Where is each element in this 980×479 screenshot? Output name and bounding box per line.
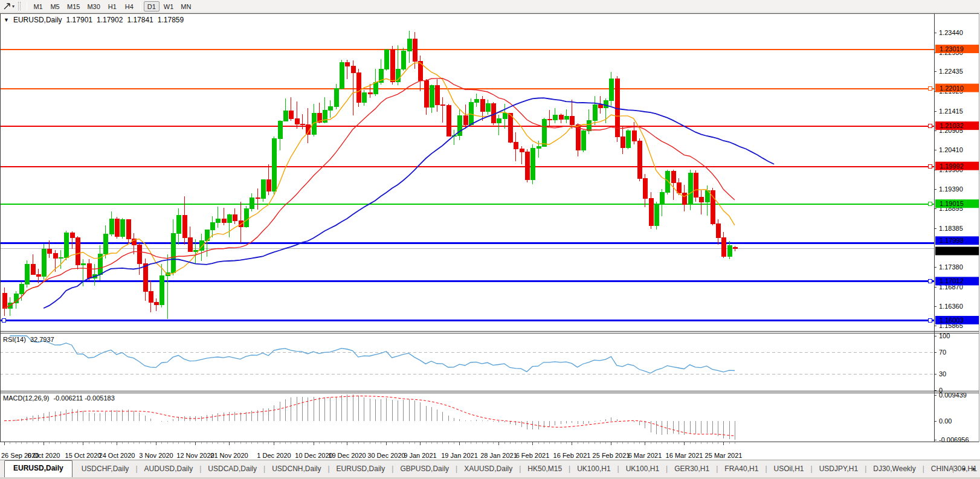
hline-price-label: 1.22010	[940, 85, 964, 92]
timeframe-button-h1[interactable]: H1	[105, 1, 120, 11]
candle-body	[216, 219, 220, 223]
timeframe-button-m30[interactable]: M30	[84, 1, 103, 11]
candle-body	[609, 79, 613, 100]
macd-tick-label: 0.00	[939, 417, 952, 425]
tab-eurusd-daily-0[interactable]: EURUSD,Daily	[4, 460, 73, 477]
tab-xauusd-daily-7[interactable]: XAUUSD,Daily	[457, 461, 519, 477]
tab-fra40-h1-12[interactable]: FRA40,H1	[718, 461, 765, 477]
hline-handle[interactable]	[928, 124, 932, 128]
tab-usdjpy-h1-14[interactable]: USDJPY,H1	[813, 461, 865, 477]
timeframe-buttons: M1M5M15M30H1H4D1W1MN	[30, 1, 195, 11]
timeframe-button-m5[interactable]: M5	[47, 1, 63, 11]
hline-price-label: 1.19992	[940, 162, 964, 170]
candle-body	[137, 245, 141, 263]
candle-body	[587, 120, 591, 130]
candle-body	[559, 115, 563, 119]
candle-body	[598, 105, 602, 108]
date-label: 16 Mar 2021	[666, 452, 703, 459]
candle-body	[474, 100, 479, 103]
timeframe-button-m15[interactable]: M15	[64, 1, 83, 11]
symbol-dropdown-icon[interactable]: ▼	[4, 16, 9, 24]
candle-body	[233, 214, 237, 220]
rsi-tick-label: 70	[939, 349, 946, 356]
candle-body	[351, 66, 355, 73]
candle-body	[328, 107, 332, 111]
timeframe-button-mn[interactable]: MN	[178, 1, 194, 11]
ohlc-high: 1.17902	[97, 16, 123, 24]
candle-body	[537, 146, 541, 148]
crosshair-cursor-icon[interactable]	[2, 1, 12, 11]
tab-eurusd-daily-5[interactable]: EURUSD,Daily	[330, 461, 392, 477]
timeframe-button-m1[interactable]: M1	[30, 1, 46, 11]
candle-body	[508, 114, 512, 143]
candle-body	[222, 219, 226, 223]
candle-body	[643, 178, 647, 198]
tab-usoil-h1-13[interactable]: USOil,H1	[767, 461, 811, 477]
tab-dj30-weekly-15[interactable]: DJ30,Weekly	[866, 461, 922, 477]
candle-body	[149, 292, 153, 302]
tab-ger30-h1-11[interactable]: GER30,H1	[668, 461, 716, 477]
candle-body	[514, 143, 518, 149]
hline-price-label: 1.19015	[940, 200, 964, 207]
candle-body	[390, 50, 395, 82]
candle-body	[160, 276, 164, 305]
candle-body	[256, 198, 260, 198]
tab-usdchf-daily-1[interactable]: USDCHF,Daily	[75, 461, 136, 477]
candle-body	[227, 214, 231, 222]
date-label: 3 Nov 2020	[139, 452, 173, 459]
candle-body	[188, 238, 192, 252]
tab-uk100-h1-9[interactable]: UK100,H1	[570, 461, 617, 477]
candle-body	[143, 264, 147, 292]
chart-canvas[interactable]: 1.234401.229301.224351.219251.214151.209…	[0, 13, 980, 460]
date-label: 25 Feb 2021	[593, 452, 630, 459]
candle-body	[76, 238, 80, 265]
candle-body	[59, 258, 63, 259]
cursor-tool-dropdown-icon[interactable]: ▾	[12, 4, 15, 9]
tab-gbpusd-daily-6[interactable]: GBPUSD,Daily	[393, 461, 456, 477]
candle-body	[81, 264, 85, 265]
hline-handle[interactable]	[2, 319, 5, 323]
tab-uk100-h1-10[interactable]: UK100,H1	[619, 461, 666, 477]
timeframe-button-h4[interactable]: H4	[121, 1, 137, 11]
hline-handle[interactable]	[928, 202, 932, 206]
macd-indicator-name: MACD(12,26,9)	[3, 394, 49, 402]
hline-handle[interactable]	[928, 87, 932, 91]
macd-tick-label: -0.006956	[939, 436, 969, 443]
timeframe-button-d1[interactable]: D1	[144, 1, 160, 11]
toolbar-separator	[140, 2, 141, 11]
date-label: 6 Oct 2020	[28, 452, 60, 459]
candle-body	[250, 198, 254, 208]
candle-body	[334, 88, 338, 107]
date-label: 24 Oct 2020	[99, 452, 135, 459]
date-label: 6 Feb 2021	[516, 452, 550, 459]
tab-hk50-m15-8[interactable]: HK50,M15	[521, 461, 569, 477]
candle-body	[176, 215, 181, 233]
tab-scroll-left-button[interactable]: ◄	[961, 466, 966, 472]
candle-body	[53, 253, 57, 258]
candle-body	[19, 284, 24, 294]
macd-label: MACD(12,26,9) -0.006211 -0.005183	[3, 394, 115, 402]
candle-body	[362, 93, 366, 103]
tab-audusd-daily-2[interactable]: AUDUSD,Daily	[138, 461, 200, 477]
candle-body	[373, 83, 378, 94]
price-tick-label: 1.20410	[939, 146, 963, 153]
tab-usdcad-daily-3[interactable]: USDCAD,Daily	[201, 461, 263, 477]
chart-title: ▼ EURUSD,Daily 1.17901 1.17902 1.17841 1…	[4, 16, 184, 24]
price-tick-label: 1.19390	[939, 185, 963, 193]
date-label: 25 Mar 2021	[705, 452, 743, 459]
toolbar-grip[interactable]	[18, 2, 21, 10]
candle-body	[671, 172, 675, 183]
tab-usdcnh-daily-4[interactable]: USDCNH,Daily	[265, 461, 327, 477]
tab-scroll-right-button[interactable]: ►	[972, 466, 977, 472]
candle-body	[266, 180, 271, 191]
timeframe-button-w1[interactable]: W1	[161, 1, 177, 11]
ma-fast-line	[4, 63, 735, 308]
hline-handle[interactable]	[928, 280, 932, 283]
candle-body	[430, 86, 434, 108]
candle-body	[694, 173, 698, 198]
candle-body	[413, 39, 417, 61]
hline-handle[interactable]	[928, 319, 932, 323]
candle-body	[682, 193, 686, 205]
ma-slow-line	[44, 98, 774, 308]
hline-handle[interactable]	[928, 165, 932, 169]
